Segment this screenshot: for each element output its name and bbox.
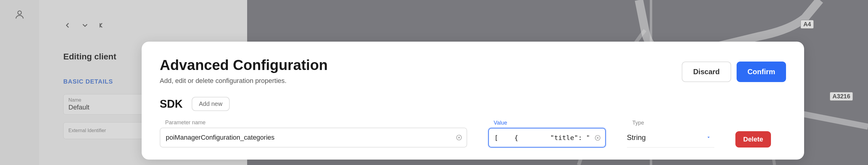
add-new-button[interactable]: Add new <box>192 97 230 111</box>
modal-title: Advanced Configuration <box>160 57 328 73</box>
parameter-name-input[interactable] <box>160 128 467 147</box>
value-input[interactable] <box>488 128 606 147</box>
user-icon[interactable] <box>14 9 25 165</box>
delete-button[interactable]: Delete <box>735 131 771 147</box>
modal-subtitle: Add, edit or delete configuration proper… <box>160 77 328 85</box>
svg-point-0 <box>18 11 22 15</box>
parameter-name-label: Parameter name <box>160 119 467 126</box>
advanced-configuration-modal: Advanced Configuration Add, edit or dele… <box>142 42 804 160</box>
type-select-value: String <box>627 128 714 147</box>
road-label-a4: A4 <box>801 20 814 29</box>
collapse-sidebar-icon[interactable] <box>98 21 131 31</box>
sdk-section-title: SDK <box>160 98 183 110</box>
value-label: Value <box>488 120 606 126</box>
road-label-a3216: A3216 <box>830 92 853 101</box>
clear-parameter-icon[interactable] <box>455 134 463 141</box>
confirm-button[interactable]: Confirm <box>737 61 786 82</box>
dropdown-arrow-icon <box>706 135 711 141</box>
discard-button[interactable]: Discard <box>682 61 731 82</box>
clear-value-icon[interactable] <box>594 134 601 142</box>
down-chevron-icon[interactable] <box>81 21 89 31</box>
type-select[interactable]: String <box>627 128 714 147</box>
type-label: Type <box>627 120 714 126</box>
back-chevron-icon[interactable] <box>63 21 72 31</box>
